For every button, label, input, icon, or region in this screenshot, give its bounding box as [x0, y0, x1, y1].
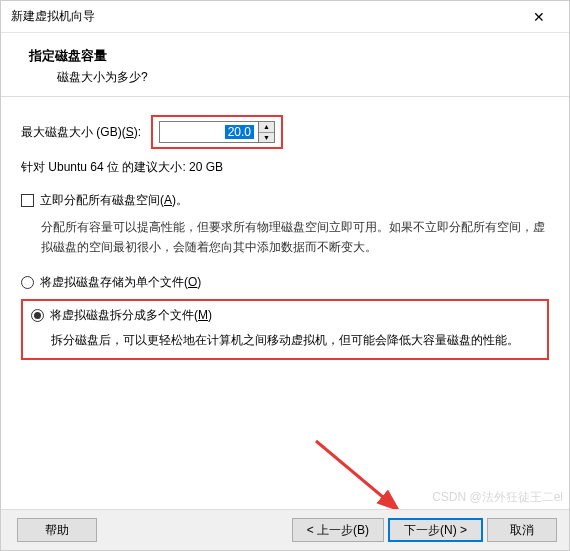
svg-line-0	[316, 441, 396, 508]
wizard-header: 指定磁盘容量 磁盘大小为多少?	[1, 33, 569, 97]
highlight-box-split-option: 将虚拟磁盘拆分成多个文件(M) 拆分磁盘后，可以更轻松地在计算机之间移动虚拟机，…	[21, 299, 549, 360]
store-single-file-radio[interactable]	[21, 276, 34, 289]
content-area: 最大磁盘大小 (GB)(S): 20.0 ▲ ▼ 针对 Ubuntu 64 位 …	[1, 97, 569, 360]
back-button[interactable]: < 上一步(B)	[292, 518, 384, 542]
allocate-now-label[interactable]: 立即分配所有磁盘空间(A)。	[40, 192, 188, 209]
titlebar: 新建虚拟机向导 ✕	[1, 1, 569, 33]
page-title: 指定磁盘容量	[29, 47, 549, 65]
store-single-file-label[interactable]: 将虚拟磁盘存储为单个文件(O)	[40, 274, 201, 291]
next-button[interactable]: 下一步(N) >	[388, 518, 483, 542]
allocate-now-checkbox-row: 立即分配所有磁盘空间(A)。	[21, 192, 549, 209]
close-icon[interactable]: ✕	[519, 1, 559, 33]
recommended-size-text: 针对 Ubuntu 64 位 的建议大小: 20 GB	[21, 159, 549, 176]
spinner-down-icon[interactable]: ▼	[259, 133, 274, 143]
max-disk-row: 最大磁盘大小 (GB)(S): 20.0 ▲ ▼	[21, 115, 549, 149]
max-disk-input[interactable]: 20.0	[159, 121, 259, 143]
footer-bar: 帮助 < 上一步(B) 下一步(N) > 取消	[1, 509, 569, 550]
allocate-now-description: 分配所有容量可以提高性能，但要求所有物理磁盘空间立即可用。如果不立即分配所有空间…	[41, 217, 549, 258]
cancel-button[interactable]: 取消	[487, 518, 557, 542]
split-multiple-files-radio[interactable]	[31, 309, 44, 322]
help-button[interactable]: 帮助	[17, 518, 97, 542]
watermark-text: CSDN @法外狂徒王二el	[432, 489, 563, 506]
split-multiple-files-label[interactable]: 将虚拟磁盘拆分成多个文件(M)	[50, 307, 212, 324]
max-disk-label: 最大磁盘大小 (GB)(S):	[21, 124, 141, 141]
page-subtitle: 磁盘大小为多少?	[57, 69, 549, 86]
window-title: 新建虚拟机向导	[11, 8, 95, 25]
store-single-file-row: 将虚拟磁盘存储为单个文件(O)	[21, 274, 549, 291]
highlight-box-disk-size: 20.0 ▲ ▼	[151, 115, 283, 149]
allocate-now-checkbox[interactable]	[21, 194, 34, 207]
spinner-up-icon[interactable]: ▲	[259, 122, 274, 133]
split-description: 拆分磁盘后，可以更轻松地在计算机之间移动虚拟机，但可能会降低大容量磁盘的性能。	[51, 330, 539, 350]
spinner-buttons: ▲ ▼	[259, 121, 275, 143]
